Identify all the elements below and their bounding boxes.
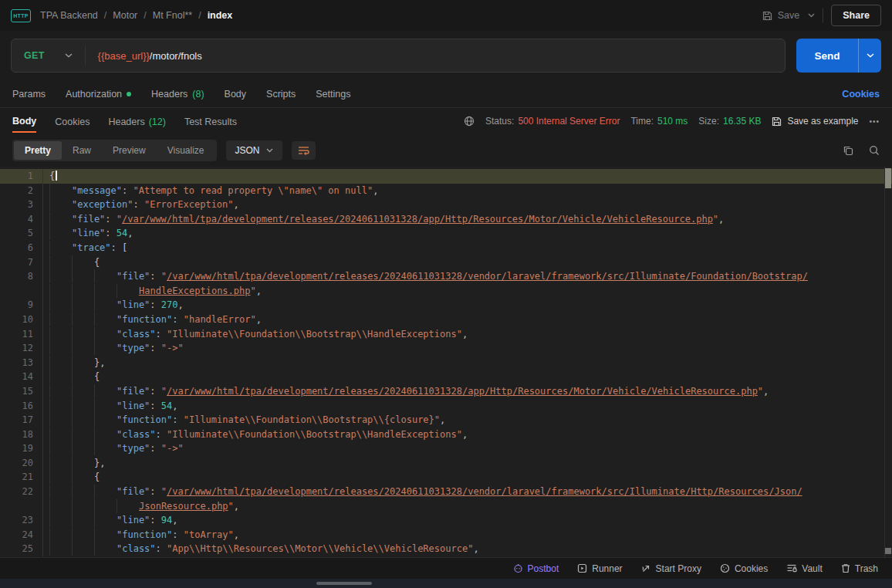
indent-guide <box>72 356 94 370</box>
line-number: 7 <box>0 255 43 270</box>
url-input[interactable]: {{base_url}}/motor/fnols <box>86 50 202 62</box>
indent-guide <box>49 528 72 542</box>
line-number: 20 <box>0 456 43 471</box>
code-line[interactable]: 20}, <box>0 456 892 471</box>
code-line[interactable]: 9"line": 270, <box>0 298 892 313</box>
code-line[interactable]: 15"file": "/var/www/html/tpa/development… <box>0 384 892 399</box>
vertical-scrollbar[interactable] <box>884 167 892 557</box>
footer-item-vault[interactable]: Vault <box>786 563 822 574</box>
json-number: 94 <box>161 515 172 525</box>
code-line[interactable]: 8"file": "/var/www/html/tpa/development/… <box>0 269 892 284</box>
code-line[interactable]: 19"type": "->" <box>0 441 892 456</box>
copy-icon[interactable] <box>843 145 853 156</box>
json-punctuation: , <box>440 414 445 425</box>
send-options-button[interactable] <box>858 39 881 73</box>
request-tab-body[interactable]: Body <box>225 89 247 100</box>
code-line[interactable]: 5"line": 54, <box>0 226 892 241</box>
line-number: 1 <box>0 169 43 184</box>
chevron-down-icon <box>266 148 273 153</box>
file-path-link[interactable]: /var/www/html/tpa/development/releases/2… <box>167 271 808 282</box>
file-path-link[interactable]: JsonResource.php <box>139 501 228 512</box>
view-tab-pretty[interactable]: Pretty <box>14 141 62 160</box>
breadcrumb-item[interactable]: TPA Backend <box>40 10 98 21</box>
json-key: "file" <box>72 214 105 225</box>
more-options-button[interactable]: ••• <box>869 117 880 126</box>
breadcrumb-item[interactable]: Motor <box>113 10 137 21</box>
footer-item-cookies[interactable]: Cookies <box>720 563 768 574</box>
code-line[interactable]: 11"class": "Illuminate\\Foundation\\Boot… <box>0 327 892 342</box>
json-punctuation: , <box>234 501 239 512</box>
code-line[interactable]: 6"trace": [ <box>0 241 892 255</box>
globe-icon[interactable] <box>464 116 475 127</box>
indent-guide <box>72 413 94 427</box>
response-tab-test-results[interactable]: Test Results <box>184 110 237 132</box>
code-line[interactable]: 24"function": "toArray", <box>0 528 892 542</box>
file-path-link[interactable]: /var/www/html/tpa/development/releases/2… <box>122 214 713 225</box>
request-tab-headers[interactable]: Headers(8) <box>151 89 204 100</box>
code-line[interactable]: 23"line": 94, <box>0 513 892 528</box>
json-string: "Illuminate\\Foundation\\Bootstrap\\Hand… <box>167 429 462 440</box>
request-url-box: GET {{base_url}}/motor/fnols <box>11 39 786 73</box>
code-line[interactable]: 14{ <box>0 370 892 384</box>
save-as-example-button[interactable]: Save as example <box>772 116 858 127</box>
code-line[interactable]: 25"class": "App\\Http\\Resources\\Motor\… <box>0 542 892 556</box>
breadcrumb-item[interactable]: index <box>208 10 233 21</box>
code-line[interactable]: 1{ <box>0 169 892 184</box>
code-line[interactable]: JsonResource.php", <box>0 499 892 514</box>
request-tab-authorization[interactable]: Authorization <box>66 89 131 100</box>
code-line[interactable]: 17"function": "Illuminate\\Foundation\\B… <box>0 413 892 427</box>
response-tab-body[interactable]: Body <box>12 110 36 133</box>
json-key: "class" <box>117 329 156 340</box>
indent-guide <box>49 212 72 226</box>
footer-item-start-proxy[interactable]: Start Proxy <box>641 563 701 574</box>
footer-item-trash[interactable]: Trash <box>841 563 878 574</box>
code-line[interactable]: 7{ <box>0 255 892 270</box>
footer-item-runner[interactable]: Runner <box>577 563 622 574</box>
send-button[interactable]: Send <box>796 39 858 73</box>
code-line[interactable]: 22"file": "/var/www/html/tpa/development… <box>0 485 892 499</box>
method-selector[interactable]: GET <box>12 50 85 61</box>
code-line[interactable]: 13}, <box>0 356 892 370</box>
format-select[interactable]: JSON <box>226 140 282 161</box>
indent-guide <box>94 298 117 312</box>
breadcrumb-item[interactable]: Mt Fnol** <box>153 10 192 21</box>
code-line[interactable]: 18"class": "Illuminate\\Foundation\\Boot… <box>0 427 892 442</box>
indent-guide <box>72 470 94 484</box>
save-button[interactable]: Save <box>762 10 816 21</box>
request-tab-params[interactable]: Params <box>12 89 46 100</box>
view-tab-preview[interactable]: Preview <box>102 141 157 160</box>
code-line[interactable]: 10"function": "handleError", <box>0 313 892 327</box>
view-tab-visualize[interactable]: Visualize <box>157 141 215 160</box>
file-path-link[interactable]: /var/www/html/tpa/development/releases/2… <box>167 386 758 397</box>
cookies-link[interactable]: Cookies <box>842 89 880 100</box>
footer-item-postbot[interactable]: Postbot <box>513 563 559 574</box>
indent-guide <box>49 427 72 441</box>
code-line-content: { <box>43 470 100 485</box>
search-icon[interactable] <box>869 145 880 156</box>
request-tab-settings[interactable]: Settings <box>316 89 350 100</box>
code-line[interactable]: HandleExceptions.php", <box>0 284 892 299</box>
share-button[interactable]: Share <box>831 5 881 26</box>
chevron-down-icon[interactable] <box>808 13 815 18</box>
line-number: 3 <box>0 198 43 212</box>
view-tab-raw[interactable]: Raw <box>62 141 102 160</box>
json-punctuation: { <box>94 471 100 482</box>
code-line[interactable]: 3"exception": "ErrorException", <box>0 198 892 212</box>
scrollbar-corner[interactable] <box>885 548 891 554</box>
indent-guide <box>49 327 72 341</box>
code-line[interactable]: 2"message": "Attempt to read property \"… <box>0 184 892 198</box>
wrap-text-button[interactable] <box>292 141 316 160</box>
request-tab-scripts[interactable]: Scripts <box>266 89 296 100</box>
response-tab-cookies[interactable]: Cookies <box>55 110 90 132</box>
file-path-link[interactable]: HandleExceptions.php <box>139 286 251 296</box>
code-line[interactable]: 21{ <box>0 470 892 485</box>
scrollbar-thumb[interactable] <box>885 168 891 188</box>
code-line-content: "line": 270, <box>43 298 184 313</box>
code-line[interactable]: 12"type": "->" <box>0 341 892 356</box>
response-body-editor[interactable]: 1{2"message": "Attempt to read property … <box>0 167 892 557</box>
method-label: GET <box>24 50 45 61</box>
file-path-link[interactable]: /var/www/html/tpa/development/releases/2… <box>167 486 802 497</box>
response-tab-headers[interactable]: Headers(12) <box>108 110 165 132</box>
code-line[interactable]: 16"line": 54, <box>0 399 892 414</box>
code-line[interactable]: 4"file": "/var/www/html/tpa/development/… <box>0 212 892 227</box>
